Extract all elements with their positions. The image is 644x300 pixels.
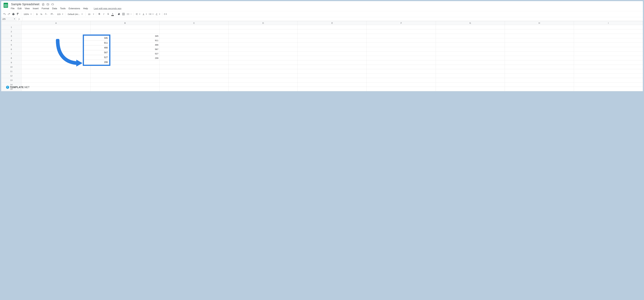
menu-help[interactable]: Help: [83, 7, 88, 10]
col-head-I[interactable]: I: [574, 21, 643, 25]
cell-B6[interactable]: 567: [90, 47, 160, 52]
row-head-5[interactable]: 5: [1, 43, 22, 47]
cell-E11[interactable]: [298, 69, 366, 74]
row-head-6[interactable]: 6: [1, 47, 22, 52]
col-head-G[interactable]: G: [436, 21, 505, 25]
cell-H3[interactable]: [505, 34, 574, 38]
cell-I2[interactable]: [574, 30, 643, 34]
cell-D15[interactable]: [228, 87, 298, 91]
cell-F2[interactable]: [367, 30, 436, 34]
fill-color-button[interactable]: [117, 12, 121, 16]
cell-H9[interactable]: [505, 60, 574, 65]
cell-B10[interactable]: [90, 65, 160, 69]
cell-F14[interactable]: [367, 82, 436, 87]
font-dropdown[interactable]: Default (Ari...: [66, 13, 84, 15]
cell-C14[interactable]: [160, 82, 228, 87]
cell-D1[interactable]: [228, 25, 298, 30]
col-head-H[interactable]: H: [505, 21, 574, 25]
menu-data[interactable]: Data: [52, 7, 57, 10]
cell-C2[interactable]: [160, 30, 228, 34]
cell-E14[interactable]: [298, 82, 366, 87]
cell-H5[interactable]: [505, 43, 574, 47]
row-head-11[interactable]: 11: [1, 69, 22, 74]
cell-B12[interactable]: [90, 74, 160, 78]
cell-C4[interactable]: [160, 38, 228, 43]
cell-A12[interactable]: [22, 74, 90, 78]
cell-D11[interactable]: [228, 69, 298, 74]
cell-I13[interactable]: [574, 78, 643, 82]
cell-A15[interactable]: [22, 87, 90, 91]
cell-H8[interactable]: [505, 56, 574, 60]
row-head-12[interactable]: 12: [1, 74, 22, 78]
cell-D6[interactable]: [228, 47, 298, 52]
cell-A6[interactable]: [22, 47, 90, 52]
cell-H11[interactable]: [505, 69, 574, 74]
last-edit-link[interactable]: Last edit was seconds ago: [94, 7, 121, 10]
cell-G5[interactable]: [436, 43, 505, 47]
cell-I14[interactable]: [574, 82, 643, 87]
borders-button[interactable]: [122, 12, 126, 16]
row-head-1[interactable]: 1: [1, 25, 22, 30]
cell-E8[interactable]: [298, 56, 366, 60]
italic-button[interactable]: I: [102, 12, 106, 16]
row-head-9[interactable]: 9: [1, 60, 22, 65]
paint-format-button[interactable]: [16, 12, 20, 16]
cell-C15[interactable]: [160, 87, 228, 91]
cell-H1[interactable]: [505, 25, 574, 30]
col-head-C[interactable]: C: [160, 21, 228, 25]
col-head-F[interactable]: F: [367, 21, 436, 25]
cell-H7[interactable]: [505, 52, 574, 56]
cell-A9[interactable]: [22, 60, 90, 65]
cell-D12[interactable]: [228, 74, 298, 78]
cell-D14[interactable]: [228, 82, 298, 87]
cell-H12[interactable]: [505, 74, 574, 78]
cell-I15[interactable]: [574, 87, 643, 91]
print-button[interactable]: [11, 12, 16, 16]
cell-I10[interactable]: [574, 65, 643, 69]
bold-button[interactable]: B: [97, 12, 102, 16]
cell-F8[interactable]: [367, 56, 436, 60]
col-head-B[interactable]: B: [90, 21, 160, 25]
text-color-button[interactable]: A: [110, 12, 115, 16]
star-icon[interactable]: [42, 3, 44, 6]
cell-G14[interactable]: [436, 82, 505, 87]
sheets-logo-icon[interactable]: [3, 2, 9, 8]
cell-G3[interactable]: [436, 34, 505, 38]
col-head-D[interactable]: D: [228, 21, 298, 25]
cell-C13[interactable]: [160, 78, 228, 82]
cell-D4[interactable]: [228, 38, 298, 43]
cell-F12[interactable]: [367, 74, 436, 78]
cell-H2[interactable]: [505, 30, 574, 34]
rotate-dropdown[interactable]: [155, 13, 161, 15]
col-head-E[interactable]: E: [298, 21, 366, 25]
cell-E12[interactable]: [298, 74, 366, 78]
cell-A2[interactable]: [22, 30, 90, 34]
cell-B11[interactable]: [90, 69, 160, 74]
cell-E10[interactable]: [298, 65, 366, 69]
row-head-10[interactable]: 10: [1, 65, 22, 69]
insert-link-button[interactable]: [163, 12, 168, 16]
cell-E6[interactable]: [298, 47, 366, 52]
cell-F9[interactable]: [367, 60, 436, 65]
menu-tools[interactable]: Tools: [60, 7, 66, 10]
menu-view[interactable]: View: [25, 7, 30, 10]
cell-F5[interactable]: [367, 43, 436, 47]
cell-I5[interactable]: [574, 43, 643, 47]
cell-D13[interactable]: [228, 78, 298, 82]
cell-E7[interactable]: [298, 52, 366, 56]
cell-I8[interactable]: [574, 56, 643, 60]
cell-A5[interactable]: [22, 43, 90, 47]
cell-B3[interactable]: 345: [90, 34, 160, 38]
cell-G7[interactable]: [436, 52, 505, 56]
zoom-dropdown[interactable]: 100%: [22, 13, 32, 15]
cell-I6[interactable]: [574, 47, 643, 52]
cell-G9[interactable]: [436, 60, 505, 65]
move-icon[interactable]: [46, 3, 49, 6]
cell-H10[interactable]: [505, 65, 574, 69]
formula-input[interactable]: [22, 17, 643, 21]
doc-title[interactable]: Sample Spreadsheet: [10, 2, 40, 6]
menu-file[interactable]: File: [11, 7, 14, 10]
cell-E9[interactable]: [298, 60, 366, 65]
cell-B5[interactable]: 466: [90, 43, 160, 47]
cell-E5[interactable]: [298, 43, 366, 47]
